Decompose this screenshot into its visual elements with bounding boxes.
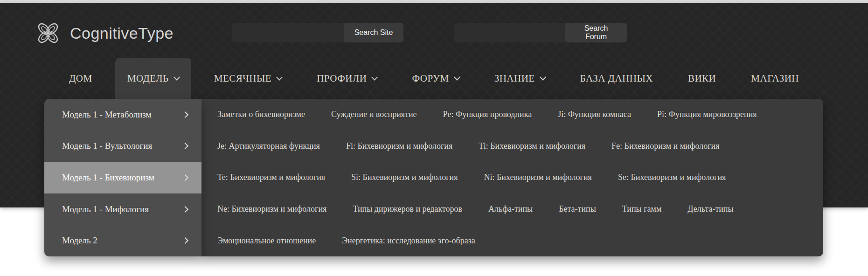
dropdown-item-model2[interactable]: Модель 2 (44, 225, 201, 256)
mega-menu-link[interactable]: Je: Артикуляторная функция (217, 141, 320, 151)
dropdown-item-label: Модель 1 - Мифология (62, 204, 149, 214)
dropdown-item-label: Модель 1 - Бихевиоризм (62, 172, 154, 183)
mega-menu-link[interactable]: Типы дирижеров и редакторов (353, 204, 462, 214)
mega-menu-row: Ne: Бихевиоризм и мифологияТипы дирижеро… (201, 193, 823, 225)
mega-menu-link[interactable]: Дельта-типы (687, 204, 733, 214)
nav-item-label: ДОМ (69, 73, 92, 84)
nav-item-forum[interactable]: ФОРУМ (400, 58, 471, 99)
mega-menu-link[interactable]: Ji: Функция компаса (558, 110, 631, 119)
chevron-down-icon (371, 74, 378, 80)
page-heading: Бихевиоризм (61, 274, 192, 276)
logo-text: CognitiveType (70, 24, 174, 42)
dropdown-item-model1-vultology[interactable]: Модель 1 - Вультология (44, 131, 201, 162)
nav-item-model[interactable]: МОДЕЛЬ (115, 58, 191, 99)
model-dropdown-mega-panel: Заметки о бихевиоризмеСуждение и восприя… (201, 99, 823, 256)
dropdown-item-label: Модель 2 (62, 235, 97, 246)
dropdown-item-model1-mythology[interactable]: Модель 1 - Мифология (44, 193, 201, 225)
nav-item-label: МЕСЯЧНЫЕ (214, 73, 271, 84)
chevron-down-icon (540, 74, 546, 80)
dropdown-item-label: Модель 1 - Вультология (62, 141, 152, 151)
mega-menu-link[interactable]: Fi: Бихевиоризм и мифология (346, 141, 452, 151)
dropdown-item-model1-metabolism[interactable]: Модель 1 - Метаболизм (44, 99, 201, 131)
nav-item-profiles[interactable]: ПРОФИЛИ (305, 58, 389, 99)
mega-menu-link[interactable]: Fe: Бихевиоризм и мифология (611, 141, 719, 151)
page: CognitiveType Search Site Search Forum Д… (0, 0, 868, 276)
nav-item-label: ЗНАНИЕ (494, 73, 535, 84)
mega-menu-link[interactable]: Ti: Бихевиоризм и мифология (479, 141, 585, 151)
site-search-input[interactable] (232, 23, 347, 42)
chevron-right-icon (182, 143, 188, 149)
nav-item-label: ПРОФИЛИ (317, 73, 367, 84)
mega-menu-link[interactable]: Se: Бихевиоризм и мифология (618, 172, 726, 182)
dropdown-item-label: Модель 1 - Метаболизм (62, 110, 152, 120)
nav-item-home[interactable]: ДОМ (57, 58, 104, 99)
mega-menu-link[interactable]: Альфа-типы (488, 204, 533, 214)
mega-menu-row: Эмоциональное отношениеЭнергетика: иссле… (201, 225, 823, 256)
logo-knot-icon (34, 19, 62, 48)
mega-menu-link[interactable]: Суждение и восприятие (331, 110, 417, 119)
dropdown-item-model1-behaviorism[interactable]: Модель 1 - Бихевиоризм (44, 162, 201, 193)
model-dropdown-left-panel: Модель 1 - МетаболизмМодель 1 - Вультоло… (44, 99, 201, 256)
mega-menu-link[interactable]: Pi: Функция мировоззрения (657, 110, 757, 119)
nav-item-label: ВИКИ (688, 73, 716, 84)
mega-menu-link[interactable]: Ne: Бихевиоризм и мифология (217, 204, 326, 214)
forum-search-button[interactable]: Search Forum (565, 23, 627, 42)
mega-menu-row: Te: Бихевиоризм и мифологияSi: Бихевиори… (201, 162, 823, 193)
mega-menu-link[interactable]: Te: Бихевиоризм и мифология (217, 172, 325, 182)
chevron-right-icon (182, 174, 188, 181)
chevron-down-icon (174, 74, 180, 80)
mega-menu-link[interactable]: Заметки о бихевиоризме (217, 110, 305, 119)
mega-menu-row: Je: Артикуляторная функцияFi: Бихевиориз… (201, 131, 823, 162)
nav-item-wiki[interactable]: ВИКИ (676, 58, 728, 99)
site-logo[interactable]: CognitiveType (34, 19, 174, 48)
chevron-down-icon (454, 74, 460, 80)
mega-menu-link[interactable]: Типы гамм (622, 204, 662, 214)
mega-menu-row: Заметки о бихевиоризмеСуждение и восприя… (201, 99, 823, 131)
nav-item-label: МОДЕЛЬ (127, 73, 169, 84)
chevron-down-icon (276, 74, 283, 80)
nav-item-database[interactable]: БАЗА ДАННЫХ (568, 58, 665, 99)
mega-menu-link[interactable]: Энергетика: исследование эго-образа (342, 236, 475, 246)
nav-item-label: БАЗА ДАННЫХ (580, 73, 653, 84)
mega-menu-link[interactable]: Бета-типы (559, 204, 596, 214)
forum-search-input[interactable] (454, 23, 569, 42)
nav-item-store[interactable]: МАГАЗИН (739, 58, 811, 99)
chevron-right-icon (182, 111, 188, 118)
nav-item-label: МАГАЗИН (751, 73, 799, 84)
mega-menu-link[interactable]: Pe: Функция проводника (443, 110, 532, 119)
site-search-button[interactable]: Search Site (344, 23, 403, 42)
mega-menu-link[interactable]: Ni: Бихевиоризм и мифология (484, 172, 592, 182)
main-nav: ДОММОДЕЛЬМЕСЯЧНЫЕПРОФИЛИФОРУМЗНАНИЕБАЗА … (57, 58, 811, 99)
mega-menu-link[interactable]: Si: Бихевиоризм и мифология (351, 172, 458, 182)
chevron-right-icon (182, 206, 188, 213)
nav-item-knowledge[interactable]: ЗНАНИЕ (482, 58, 557, 99)
chevron-right-icon (182, 237, 188, 244)
nav-item-monthlies[interactable]: МЕСЯЧНЫЕ (202, 58, 294, 99)
nav-item-label: ФОРУМ (412, 73, 449, 84)
mega-menu-link[interactable]: Эмоциональное отношение (217, 236, 316, 246)
